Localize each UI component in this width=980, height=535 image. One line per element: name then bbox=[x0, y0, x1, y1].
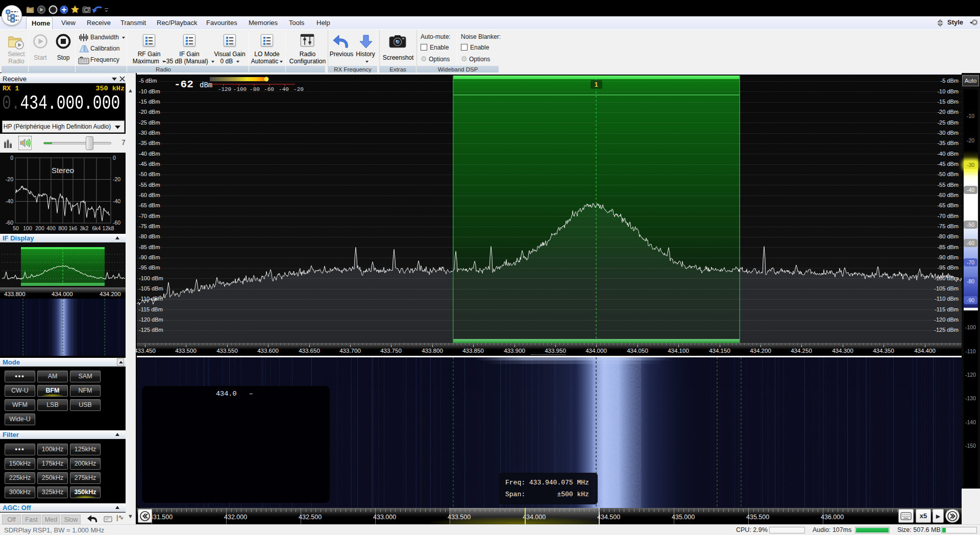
svg-text:1: 1 bbox=[595, 81, 598, 88]
svg-text:-20: -20 bbox=[113, 176, 120, 182]
svg-text:0: 0 bbox=[10, 155, 13, 161]
svg-text:3k2: 3k2 bbox=[80, 225, 89, 231]
svg-text:6k4: 6k4 bbox=[92, 225, 101, 231]
svg-text:400: 400 bbox=[46, 225, 56, 231]
svg-text:12k8: 12k8 bbox=[103, 225, 114, 231]
svg-text:50: 50 bbox=[13, 225, 19, 231]
svg-text:-40: -40 bbox=[6, 198, 13, 204]
svg-text:1k6: 1k6 bbox=[69, 225, 78, 231]
svg-text:-60: -60 bbox=[6, 220, 13, 226]
svg-text:-20: -20 bbox=[6, 176, 13, 182]
svg-text:800: 800 bbox=[58, 225, 67, 231]
svg-text:200: 200 bbox=[35, 225, 44, 231]
svg-text:100: 100 bbox=[23, 225, 32, 231]
svg-text:0: 0 bbox=[113, 155, 116, 161]
svg-text:-40: -40 bbox=[113, 198, 120, 204]
svg-text:Stereo: Stereo bbox=[52, 166, 74, 175]
svg-text:-62: -62 bbox=[174, 79, 193, 90]
svg-text:dBm: dBm bbox=[200, 81, 212, 89]
